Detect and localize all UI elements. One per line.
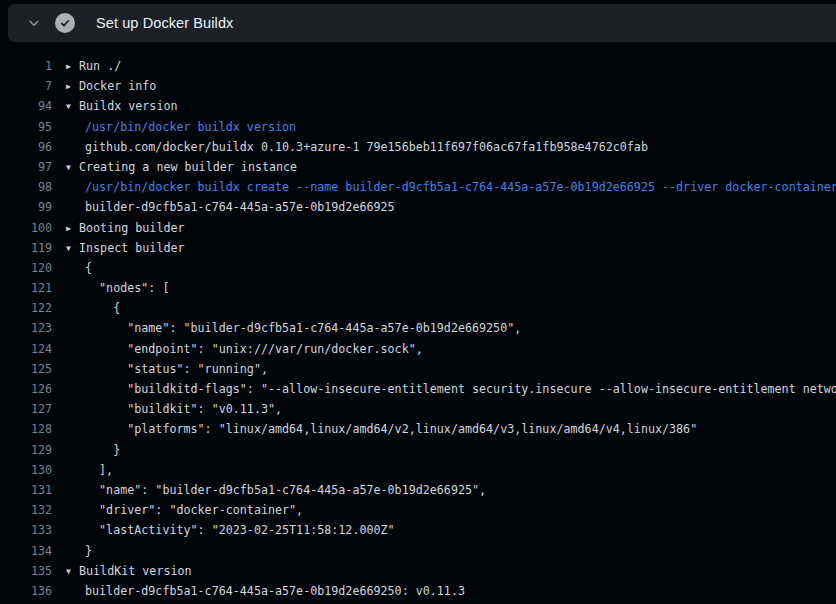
line-number[interactable]: 131	[0, 480, 52, 500]
output-text: {	[66, 298, 120, 318]
command-text: /usr/bin/docker buildx create --name bui…	[66, 177, 836, 197]
log-line: 128 "platforms": "linux/amd64,linux/amd6…	[0, 419, 836, 439]
group-title[interactable]: ▼Inspect builder	[66, 238, 185, 258]
line-number[interactable]: 130	[0, 460, 52, 480]
log-line: 127 "buildkit": "v0.11.3",	[0, 399, 836, 419]
command-text: /usr/bin/docker buildx version	[66, 117, 296, 137]
line-number[interactable]: 95	[0, 117, 52, 137]
log-line: 133 "lastActivity": "2023-02-25T11:58:12…	[0, 520, 836, 540]
log-line: 124 "endpoint": "unix:///var/run/docker.…	[0, 339, 836, 359]
log-line: 121 "nodes": [	[0, 278, 836, 298]
line-number[interactable]: 129	[0, 440, 52, 460]
output-text: "nodes": [	[66, 278, 169, 298]
line-number[interactable]: 125	[0, 359, 52, 379]
line-number[interactable]: 121	[0, 278, 52, 298]
output-text: builder-d9cfb5a1-c764-445a-a57e-0b19d2e6…	[66, 197, 395, 217]
log-line: 129 }	[0, 440, 836, 460]
line-number[interactable]: 135	[0, 561, 52, 581]
group-title[interactable]: ▼BuildKit version	[66, 561, 192, 581]
group-title[interactable]: ▼Buildx version	[66, 96, 178, 116]
output-text: "name": "builder-d9cfb5a1-c764-445a-a57e…	[66, 480, 486, 500]
log-group-row[interactable]: 119▼Inspect builder	[0, 238, 836, 258]
output-text: "platforms": "linux/amd64,linux/amd64/v2…	[66, 419, 697, 439]
line-number[interactable]: 99	[0, 197, 52, 217]
output-text: "lastActivity": "2023-02-25T11:58:12.000…	[66, 520, 395, 540]
log-line: 130 ],	[0, 460, 836, 480]
output-text: }	[66, 541, 92, 561]
log-lines: 1▶Run ./7▶Docker info94▼Buildx version95…	[0, 56, 836, 601]
step-header[interactable]: Set up Docker Buildx	[8, 4, 836, 42]
log-line: 131 "name": "builder-d9cfb5a1-c764-445a-…	[0, 480, 836, 500]
log-line: 123 "name": "builder-d9cfb5a1-c764-445a-…	[0, 318, 836, 338]
log-group-row[interactable]: 100▶Booting builder	[0, 218, 836, 238]
triangle-collapsed-icon: ▶	[66, 219, 79, 239]
line-number[interactable]: 132	[0, 500, 52, 520]
output-text: "buildkitd-flags": "--allow-insecure-ent…	[66, 379, 836, 399]
log-line: 120{	[0, 258, 836, 278]
line-number[interactable]: 98	[0, 177, 52, 197]
step-title: Set up Docker Buildx	[96, 15, 233, 31]
group-title[interactable]: ▼Creating a new builder instance	[66, 157, 297, 177]
log-line: 125 "status": "running",	[0, 359, 836, 379]
output-text: builder-d9cfb5a1-c764-445a-a57e-0b19d2e6…	[66, 581, 465, 601]
log-group-row[interactable]: 94▼Buildx version	[0, 96, 836, 116]
line-number[interactable]: 119	[0, 238, 52, 258]
log-area: 1▶Run ./7▶Docker info94▼Buildx version95…	[0, 42, 836, 604]
line-number[interactable]: 122	[0, 298, 52, 318]
log-line: 98/usr/bin/docker buildx create --name b…	[0, 177, 836, 197]
output-text: "status": "running",	[66, 359, 268, 379]
line-number[interactable]: 136	[0, 581, 52, 601]
line-number[interactable]: 94	[0, 96, 52, 116]
triangle-collapsed-icon: ▶	[66, 57, 79, 77]
log-group-row[interactable]: 135▼BuildKit version	[0, 561, 836, 581]
log-line: 132 "driver": "docker-container",	[0, 500, 836, 520]
line-number[interactable]: 127	[0, 399, 52, 419]
triangle-expanded-icon: ▼	[66, 158, 79, 178]
triangle-collapsed-icon: ▶	[66, 77, 79, 97]
line-number[interactable]: 96	[0, 137, 52, 157]
triangle-expanded-icon: ▼	[66, 239, 79, 259]
line-number[interactable]: 120	[0, 258, 52, 278]
log-line: 134}	[0, 541, 836, 561]
chevron-down-icon[interactable]	[22, 11, 46, 35]
log-group-row[interactable]: 97▼Creating a new builder instance	[0, 157, 836, 177]
output-text: github.com/docker/buildx 0.10.3+azure-1 …	[66, 137, 648, 157]
group-title[interactable]: ▶Run ./	[66, 56, 121, 76]
line-number[interactable]: 100	[0, 218, 52, 238]
triangle-expanded-icon: ▼	[66, 562, 79, 582]
line-number[interactable]: 133	[0, 520, 52, 540]
output-text: ],	[66, 460, 113, 480]
log-line: 126 "buildkitd-flags": "--allow-insecure…	[0, 379, 836, 399]
output-text: "driver": "docker-container",	[66, 500, 303, 520]
output-text: {	[66, 258, 92, 278]
line-number[interactable]: 128	[0, 419, 52, 439]
triangle-expanded-icon: ▼	[66, 97, 79, 117]
group-title[interactable]: ▶Docker info	[66, 76, 156, 96]
log-group-row[interactable]: 1▶Run ./	[0, 56, 836, 76]
output-text: "buildkit": "v0.11.3",	[66, 399, 282, 419]
log-line: 95/usr/bin/docker buildx version	[0, 117, 836, 137]
line-number[interactable]: 124	[0, 339, 52, 359]
line-number[interactable]: 7	[0, 76, 52, 96]
log-line: 99builder-d9cfb5a1-c764-445a-a57e-0b19d2…	[0, 197, 836, 217]
line-number[interactable]: 126	[0, 379, 52, 399]
group-title[interactable]: ▶Booting builder	[66, 218, 185, 238]
output-text: "name": "builder-d9cfb5a1-c764-445a-a57e…	[66, 318, 521, 338]
line-number[interactable]: 134	[0, 541, 52, 561]
output-text: "endpoint": "unix:///var/run/docker.sock…	[66, 339, 423, 359]
line-number[interactable]: 123	[0, 318, 52, 338]
log-line: 122 {	[0, 298, 836, 318]
log-line: 96github.com/docker/buildx 0.10.3+azure-…	[0, 137, 836, 157]
check-circle-icon	[55, 13, 75, 33]
line-number[interactable]: 1	[0, 56, 52, 76]
output-text: }	[66, 440, 120, 460]
line-number[interactable]: 97	[0, 157, 52, 177]
log-group-row[interactable]: 7▶Docker info	[0, 76, 836, 96]
log-line: 136builder-d9cfb5a1-c764-445a-a57e-0b19d…	[0, 581, 836, 601]
